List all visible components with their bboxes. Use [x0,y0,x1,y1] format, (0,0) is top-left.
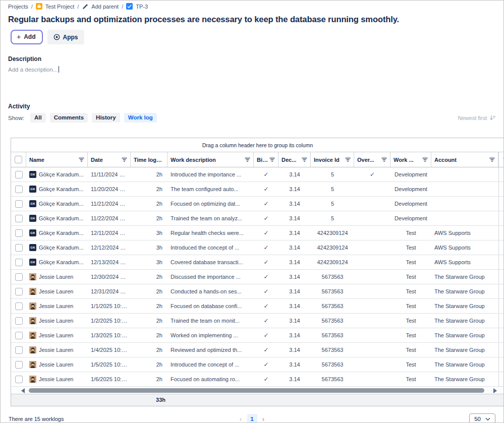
row-checkbox[interactable] [15,215,23,222]
cell-date: 1/4/2025 10:32 [88,343,131,357]
cell-work-description: Reviewed and optimized th... [167,343,254,357]
cell-work-type: Development [390,211,431,226]
column-header-label: Time logged [134,157,164,163]
cell-work-type: Development [390,182,431,197]
user-name: Jessie Lauren [39,347,74,353]
table-footer: There are 15 worklogs ‹ 1 › 50 [1,411,503,423]
page-size-select[interactable]: 50 [469,413,495,423]
breadcrumb-projects[interactable]: Projects [8,4,28,10]
column-header-date[interactable]: Date [88,152,131,167]
cell-billable: ✓ [254,211,278,226]
column-header-invoice-id[interactable]: Invoice Id [311,152,354,167]
user-avatar-initials: GK [29,171,36,178]
group-drop-zone[interactable]: Drag a column header here to group its c… [11,138,504,152]
billable-check-icon: ✓ [263,361,268,368]
total-time-logged: 33h [131,394,167,406]
cell-account [431,167,498,182]
column-header-over---[interactable]: Over... [354,152,390,167]
sort-control[interactable]: Newest first [458,115,496,121]
column-header-account[interactable]: Account [431,152,498,167]
cell-decimal: 3.14 [278,372,311,387]
column-header-work-description[interactable]: Work description [167,152,254,167]
user-avatar-photo [29,376,36,383]
row-checkbox[interactable] [15,332,23,339]
cell-billable: ✓ [254,270,278,284]
row-checkbox[interactable] [15,273,23,281]
row-checkbox[interactable] [15,317,23,325]
column-header-time-logged[interactable]: Time logged [131,152,167,167]
cell-name: GKGökçe Karadum... [26,167,88,182]
filter-icon[interactable] [422,157,428,162]
breadcrumb-project[interactable]: Test Project [45,4,74,10]
billable-check-icon: ✓ [263,186,268,193]
filter-icon[interactable] [245,157,250,162]
row-checkbox[interactable] [15,200,23,208]
cell-time-logged: 2h [131,343,167,357]
table-row: Jessie Lauren1/1/2025 10:322hFocused on … [11,299,504,314]
filter-icon[interactable] [345,157,351,162]
cell-invoice-id: 5673563 [311,270,354,284]
cell-clipped [498,343,504,357]
filter-icon[interactable] [381,157,387,162]
select-all-checkbox[interactable] [15,156,22,163]
add-button[interactable]: + Add [11,30,43,44]
worklog-table: Drag a column header here to group its c… [11,138,504,406]
scroll-right-arrow-icon[interactable] [493,388,497,393]
cell-account: The Starware Group [431,372,498,387]
task-icon [126,3,133,10]
filter-worklog-button[interactable]: Work log [124,113,157,123]
cell-date: 12/12/2024 16:18 [88,240,131,255]
user-avatar-initials: GK [29,259,36,266]
row-checkbox[interactable] [15,376,23,383]
scrollbar-thumb[interactable] [29,388,484,393]
column-header-clipped[interactable] [498,152,504,167]
user-name: Gökçe Karadum... [39,230,84,236]
cell-select [11,226,26,240]
row-checkbox[interactable] [15,259,23,266]
cell-invoice-id: 5 [311,211,354,226]
filter-comments-button[interactable]: Comments [50,113,88,123]
row-checkbox[interactable] [15,303,23,310]
filter-all-button[interactable]: All [30,113,46,123]
row-checkbox[interactable] [15,288,23,295]
page-number-button[interactable]: 1 [247,414,257,423]
row-checkbox[interactable] [15,171,23,178]
table-header-row: NameDateTime loggedWork descriptionBilla… [11,152,504,167]
scroll-left-arrow-icon[interactable] [21,388,25,393]
billable-check-icon: ✓ [263,273,268,280]
billable-check-icon: ✓ [263,171,268,178]
table-row: GKGökçe Karadum...11/21/2024 10:092hFocu… [11,197,504,211]
cell-time-logged: 3h [131,226,167,240]
user-name: Jessie Lauren [39,332,74,338]
row-checkbox[interactable] [15,186,23,193]
filter-icon[interactable] [489,157,495,162]
column-header-dec---[interactable]: Dec... [278,152,311,167]
filter-icon[interactable] [79,157,84,162]
apps-button[interactable]: Apps [47,30,84,44]
text-cursor [59,66,59,73]
previous-page-icon[interactable]: ‹ [240,414,242,423]
row-checkbox[interactable] [15,346,23,354]
breadcrumb-issue-key[interactable]: TP-3 [136,4,148,10]
cell-time-logged: 3h [131,255,167,270]
billable-check-icon: ✓ [263,376,268,383]
column-header-billa---[interactable]: Billa... [254,152,278,167]
filter-icon[interactable] [269,157,275,162]
filter-icon[interactable] [122,157,127,162]
row-checkbox[interactable] [15,229,23,237]
cell-work-description: Worked on implementing ... [167,328,254,343]
table-row: Jessie Lauren1/3/2025 10:322hWorked on i… [11,328,504,343]
column-header-name[interactable]: Name [26,152,88,167]
filter-icon[interactable] [302,157,307,162]
cell-select [11,328,26,343]
cell-clipped [498,255,504,270]
filter-history-button[interactable]: History [92,113,120,123]
row-checkbox[interactable] [15,361,23,369]
description-input[interactable]: Add a description... [8,66,159,73]
worklog-count: There are 15 worklogs [9,416,240,422]
column-header-work----[interactable]: Work ... [390,152,431,167]
cell-work-description: Conducted a hands-on ses... [167,284,254,299]
row-checkbox[interactable] [15,244,23,252]
cell-account: AWS Supports [431,226,498,240]
breadcrumb-add-parent[interactable]: Add parent [91,4,119,10]
